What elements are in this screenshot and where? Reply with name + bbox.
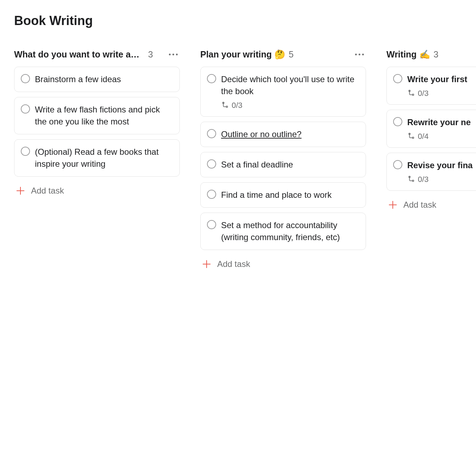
svg-point-3 <box>412 94 414 96</box>
task-card[interactable]: Brainstorm a few ideas <box>14 67 180 92</box>
task-card[interactable]: Revise your fina0/3 <box>386 153 476 191</box>
add-task-label: Add task <box>217 259 250 269</box>
column-header: Plan your writing 🤔5 <box>200 49 366 60</box>
column-count: 5 <box>289 49 294 60</box>
task-title: Decide which tool you'll use to write th… <box>221 73 359 97</box>
task-row: (Optional) Read a few books that inspire… <box>21 146 172 170</box>
complete-checkbox[interactable] <box>393 117 402 126</box>
task-card[interactable]: Write your first0/3 <box>386 67 476 105</box>
task-row: Decide which tool you'll use to write th… <box>207 73 359 97</box>
kanban-board: What do you want to write ab…3Brainstorm… <box>14 49 462 273</box>
column-count: 3 <box>148 49 153 60</box>
task-row: Write a few flash fictions and pick the … <box>21 104 172 128</box>
task-title: Brainstorm a few ideas <box>35 73 121 85</box>
complete-checkbox[interactable] <box>21 147 30 156</box>
subtask-icon <box>407 176 415 183</box>
task-row: Write your first <box>393 73 476 85</box>
subtask-count-label: 0/4 <box>418 132 429 141</box>
complete-checkbox[interactable] <box>21 104 30 114</box>
complete-checkbox[interactable] <box>207 159 216 169</box>
task-row: Outline or no outline? <box>207 128 359 140</box>
complete-checkbox[interactable] <box>21 74 30 83</box>
task-row: Revise your fina <box>393 159 476 171</box>
add-task-button[interactable]: Add task <box>14 182 180 200</box>
subtask-icon <box>221 102 229 109</box>
column-title[interactable]: Writing ✍️ <box>386 49 430 60</box>
complete-checkbox[interactable] <box>393 160 402 169</box>
subtask-count: 0/3 <box>221 101 359 110</box>
task-card[interactable]: Set a method for accountability (writing… <box>200 213 366 250</box>
complete-checkbox[interactable] <box>207 74 216 83</box>
task-title: Write your first <box>407 73 467 85</box>
subtask-icon <box>407 133 415 140</box>
column-count: 3 <box>434 49 439 60</box>
subtask-count-label: 0/3 <box>418 89 429 98</box>
column-header: What do you want to write ab…3 <box>14 49 180 60</box>
task-title: Set a method for accountability (writing… <box>221 219 359 243</box>
subtask-count: 0/3 <box>407 175 476 184</box>
board-column: What do you want to write ab…3Brainstorm… <box>14 49 180 200</box>
task-card[interactable]: Find a time and place to work <box>200 182 366 208</box>
task-card[interactable]: Write a few flash fictions and pick the … <box>14 97 180 134</box>
task-row: Rewrite your ne <box>393 116 476 128</box>
column-title[interactable]: What do you want to write ab… <box>14 49 145 60</box>
subtask-count: 0/3 <box>407 89 476 98</box>
task-title: Find a time and place to work <box>221 189 332 201</box>
subtask-count-label: 0/3 <box>418 175 429 184</box>
plus-icon <box>16 187 25 195</box>
task-row: Set a method for accountability (writing… <box>207 219 359 243</box>
task-card[interactable]: Rewrite your ne0/4 <box>386 110 476 148</box>
task-card[interactable]: (Optional) Read a few books that inspire… <box>14 139 180 177</box>
task-title: Outline or no outline? <box>221 128 301 140</box>
task-card[interactable]: Decide which tool you'll use to write th… <box>200 67 366 117</box>
board-column: Writing ✍️3Write your first0/3Rewrite yo… <box>386 49 476 214</box>
subtask-count: 0/4 <box>407 132 476 141</box>
complete-checkbox[interactable] <box>393 74 402 83</box>
subtask-icon <box>407 90 415 97</box>
page-title: Book Writing <box>14 13 462 28</box>
column-more-icon[interactable] <box>353 51 366 57</box>
complete-checkbox[interactable] <box>207 220 216 229</box>
add-task-button[interactable]: Add task <box>200 255 366 273</box>
plus-icon <box>389 201 397 209</box>
task-title: Write a few flash fictions and pick the … <box>35 104 172 128</box>
task-card[interactable]: Set a final deadline <box>200 152 366 177</box>
task-title: Rewrite your ne <box>407 116 471 128</box>
task-row: Brainstorm a few ideas <box>21 73 172 85</box>
column-title[interactable]: Plan your writing 🤔 <box>200 49 285 60</box>
add-task-button[interactable]: Add task <box>386 196 476 214</box>
task-title: Revise your fina <box>407 159 472 171</box>
add-task-label: Add task <box>31 186 64 196</box>
complete-checkbox[interactable] <box>207 129 216 138</box>
add-task-label: Add task <box>403 200 436 210</box>
task-title: Set a final deadline <box>221 159 293 171</box>
column-more-icon[interactable] <box>167 51 180 57</box>
board-column: Plan your writing 🤔5Decide which tool yo… <box>200 49 366 273</box>
svg-point-5 <box>412 137 414 139</box>
task-title: (Optional) Read a few books that inspire… <box>35 146 172 170</box>
svg-point-7 <box>412 180 414 182</box>
complete-checkbox[interactable] <box>207 190 216 199</box>
plus-icon <box>202 260 211 268</box>
task-row: Find a time and place to work <box>207 189 359 201</box>
task-row: Set a final deadline <box>207 159 359 171</box>
column-header: Writing ✍️3 <box>386 49 476 60</box>
task-card[interactable]: Outline or no outline? <box>200 122 366 147</box>
subtask-count-label: 0/3 <box>232 101 243 110</box>
svg-point-1 <box>226 106 227 108</box>
